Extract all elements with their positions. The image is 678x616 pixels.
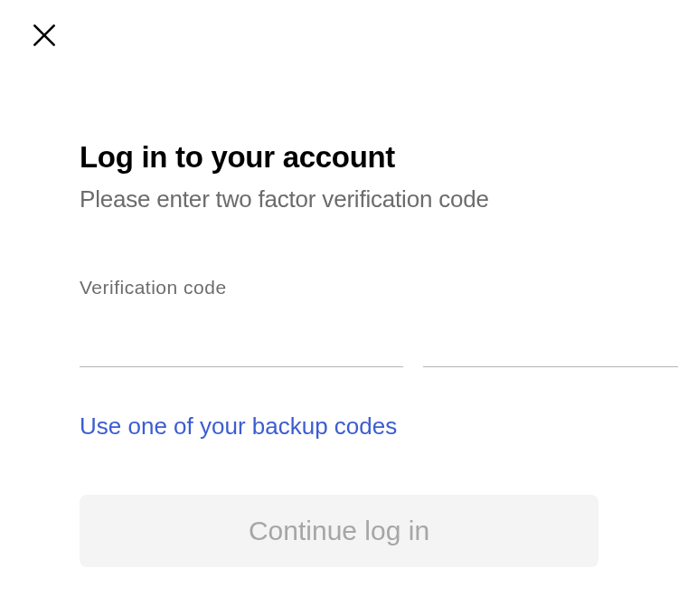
- backup-codes-link[interactable]: Use one of your backup codes: [80, 412, 397, 441]
- verification-code-inputs: [80, 326, 598, 367]
- page-title: Log in to your account: [80, 140, 598, 175]
- page-subtitle: Please enter two factor verification cod…: [80, 185, 598, 213]
- close-icon: [30, 21, 59, 53]
- close-button[interactable]: [27, 20, 61, 54]
- verification-code-label: Verification code: [80, 277, 598, 299]
- code-digit-2[interactable]: [423, 326, 678, 367]
- continue-login-button[interactable]: Continue log in: [80, 495, 598, 567]
- code-digit-1[interactable]: [80, 326, 403, 367]
- login-form: Log in to your account Please enter two …: [0, 0, 678, 567]
